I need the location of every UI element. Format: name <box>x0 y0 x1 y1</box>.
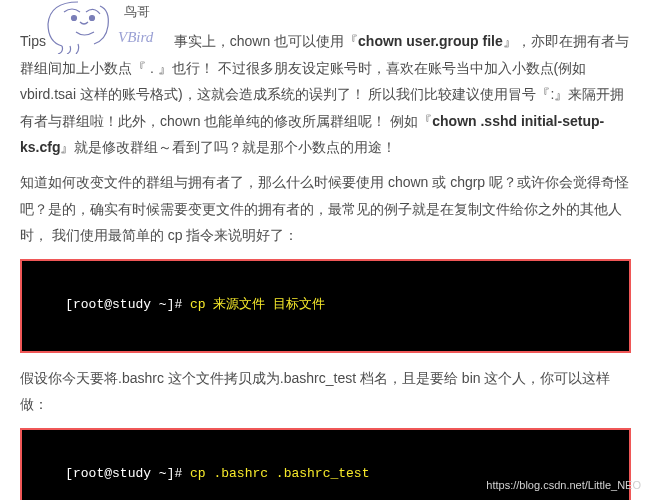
code1-prompt: [root@study ~]# <box>65 297 190 312</box>
watermark: https://blog.csdn.net/Little_NEO <box>486 475 641 496</box>
tips-label: Tips <box>20 33 46 49</box>
paragraph-tips: Tips 事实上，chown 也可以使用『chown user.group fi… <box>20 8 631 161</box>
paragraph-3: 假设你今天要将.bashrc 这个文件拷贝成为.bashrc_test 档名，且… <box>20 365 631 418</box>
code1-cmd: cp 来源文件 目标文件 <box>190 297 325 312</box>
p1-bold-a: chown user.group file <box>358 33 503 49</box>
code2-l1-cmd: cp .bashrc .bashrc_test <box>190 466 369 481</box>
code1-line: [root@study ~]# cp 来源文件 目标文件 <box>22 261 629 351</box>
p1-body-c: 』就是修改群组～看到了吗？就是那个小数点的用途！ <box>60 139 396 155</box>
p1-body-a: 事实上，chown 也可以使用『 <box>174 33 358 49</box>
code2-l1-prompt: [root@study ~]# <box>65 466 190 481</box>
code-block-1: [root@study ~]# cp 来源文件 目标文件 <box>20 259 631 353</box>
paragraph-2: 知道如何改变文件的群组与拥有者了，那么什么时候要使用 chown 或 chgrp… <box>20 169 631 249</box>
